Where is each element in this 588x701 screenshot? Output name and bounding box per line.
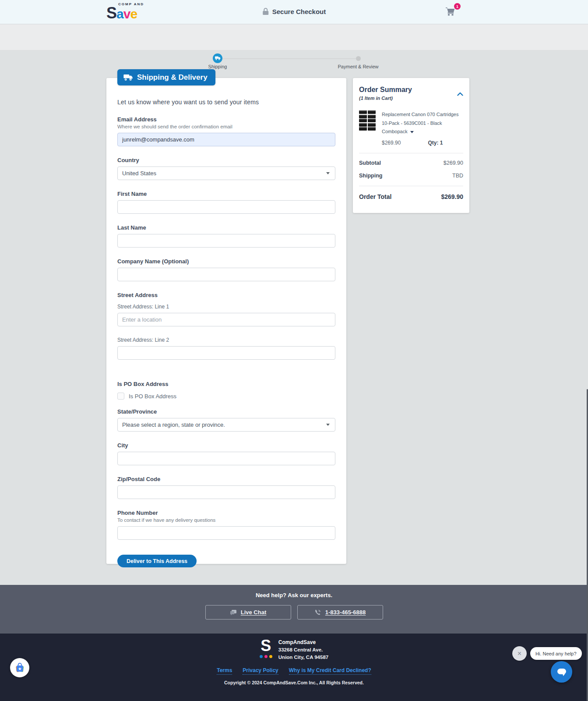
shipping-row: Shipping TBD — [359, 173, 463, 179]
item-price-row: $269.90 Qty: 1 — [382, 140, 463, 146]
summary-divider — [359, 186, 463, 186]
country-label: Country — [117, 157, 335, 163]
state-group: State/Province Please select a region, s… — [117, 408, 335, 432]
city-group: City — [117, 442, 335, 465]
email-group: Email Address Where we should send the o… — [117, 116, 335, 146]
footer: S CompAndSave 33268 Central Ave. Union C… — [0, 634, 588, 701]
truck-icon — [123, 74, 133, 81]
item-price: $269.90 — [382, 140, 401, 146]
order-summary-card: Order Summary (1 Item in Cart) Replaceme… — [353, 78, 469, 213]
step-payment-indicator[interactable] — [356, 56, 361, 61]
shipping-label: Shipping — [359, 173, 382, 179]
item-qty: Qty: 1 — [428, 140, 443, 146]
close-icon: × — [518, 650, 521, 658]
country-group: Country United States — [117, 157, 335, 180]
product-name: Replacement Canon 070 Cartridges 10-Pack… — [382, 110, 463, 136]
shipping-delivery-tab: Shipping & Delivery — [117, 69, 215, 85]
city-label: City — [117, 442, 335, 449]
credit-card-declined-link[interactable]: Why is My Credit Card Declined? — [289, 667, 371, 675]
zip-field[interactable] — [117, 485, 335, 499]
checkout-page: COMP AND Save Secure Checkout 1 Shipping… — [0, 0, 588, 701]
street-address-heading-group: Street Address — [117, 292, 335, 298]
country-selected-value: United States — [122, 170, 156, 177]
chevron-down-icon[interactable] — [410, 131, 414, 133]
chevron-down-icon — [326, 424, 330, 426]
step-shipping-indicator[interactable] — [213, 53, 222, 63]
company-field[interactable] — [117, 268, 335, 281]
lock-icon — [262, 7, 269, 15]
help-band: Need help? Ask our experts. Live Chat 1-… — [0, 585, 588, 634]
zip-group: Zip/Postal Code — [117, 476, 335, 499]
email-hint: Where we should send the order confirmat… — [117, 124, 335, 129]
footer-company-name: CompAndSave — [278, 639, 328, 646]
first-name-group: First Name — [117, 191, 335, 214]
state-placeholder: Please select a region, state or provinc… — [122, 421, 225, 428]
footer-logo-letter: S — [260, 638, 272, 654]
checkout-progress: Shipping Payment & Review — [0, 25, 588, 50]
shipping-value: TBD — [452, 173, 463, 179]
street-line2-field[interactable] — [117, 346, 335, 360]
street-line1-field[interactable] — [117, 313, 335, 326]
privacy-policy-link[interactable]: Privacy Policy — [243, 667, 278, 675]
street-line2-label: Street Address: Line 2 — [117, 337, 335, 343]
live-chat-button[interactable]: Live Chat — [205, 605, 291, 620]
phone-button[interactable]: 1-833-465-6888 — [297, 605, 383, 620]
order-summary-title: Order Summary — [359, 86, 463, 94]
chat-icon — [230, 609, 237, 616]
google-reviews-badge[interactable]: ★ — [10, 658, 29, 677]
shopping-bag-icon: ★ — [14, 662, 25, 673]
street-line1-group: Street Address: Line 1 — [117, 304, 335, 326]
po-box-checkbox-label: Is PO Box Address — [129, 393, 176, 400]
chevron-up-icon[interactable] — [457, 92, 463, 96]
street-line1-label: Street Address: Line 1 — [117, 304, 335, 310]
po-box-label: Is PO Box Address — [117, 381, 335, 387]
phone-hint: To contact if we have any delivery quest… — [117, 517, 335, 523]
street-line2-group: Street Address: Line 2 — [117, 337, 335, 360]
order-total-row: Order Total $269.90 — [359, 193, 463, 200]
last-name-field[interactable] — [117, 234, 335, 248]
order-total-value: $269.90 — [441, 193, 463, 200]
company-group: Company Name (Optional) — [117, 258, 335, 281]
order-summary-subtitle: (1 Item in Cart) — [359, 96, 463, 101]
secure-checkout-title: Secure Checkout — [262, 7, 326, 15]
deliver-to-this-address-button[interactable]: Deliver to This Address — [117, 555, 197, 567]
subtotal-row: Subtotal $269.90 — [359, 160, 463, 166]
zip-label: Zip/Postal Code — [117, 476, 335, 482]
terms-link[interactable]: Terms — [217, 667, 232, 675]
first-name-field[interactable] — [117, 200, 335, 214]
chat-greeting-pill[interactable]: Hi. Need any help? — [530, 647, 582, 660]
street-address-label: Street Address — [117, 292, 335, 298]
panel-title: Shipping & Delivery — [137, 73, 208, 82]
compandsave-logo[interactable]: COMP AND Save — [106, 3, 144, 21]
footer-brand: S CompAndSave 33268 Central Ave. Union C… — [0, 634, 588, 661]
truck-icon — [215, 56, 221, 60]
help-buttons: Live Chat 1-833-465-6888 — [0, 605, 588, 620]
email-label: Email Address — [117, 116, 335, 123]
logo-word: Save — [106, 5, 144, 21]
email-field[interactable] — [117, 133, 335, 146]
subtotal-label: Subtotal — [359, 160, 381, 166]
po-box-checkbox[interactable] — [117, 393, 124, 400]
chat-dismiss-button[interactable]: × — [512, 646, 527, 661]
first-name-label: First Name — [117, 191, 335, 197]
live-chat-label: Live Chat — [241, 609, 267, 616]
product-name-text: Replacement Canon 070 Cartridges 10-Pack… — [382, 112, 459, 134]
phone-group: Phone Number To contact if we have any d… — [117, 510, 335, 540]
summary-divider — [359, 153, 463, 153]
help-title: Need help? Ask our experts. — [0, 585, 588, 598]
country-select[interactable]: United States — [117, 166, 335, 180]
footer-logo: S — [260, 638, 272, 661]
phone-field[interactable] — [117, 526, 335, 540]
secure-checkout-label: Secure Checkout — [272, 8, 326, 15]
shipping-form-card: Shipping & Delivery Let us know where yo… — [106, 78, 346, 564]
chat-launcher-button[interactable] — [551, 661, 572, 683]
step-payment-label: Payment & Review — [338, 64, 379, 69]
city-field[interactable] — [117, 452, 335, 465]
cart-count-badge: 1 — [454, 3, 461, 10]
footer-links: Terms Privacy Policy Why is My Credit Ca… — [0, 667, 588, 675]
subtotal-value: $269.90 — [444, 160, 463, 166]
state-select[interactable]: Please select a region, state or provinc… — [117, 418, 335, 432]
po-box-checkbox-row[interactable]: Is PO Box Address — [117, 393, 335, 400]
cart-button[interactable]: 1 — [444, 6, 458, 19]
chat-greeting-text: Hi. Need any help? — [535, 651, 577, 656]
